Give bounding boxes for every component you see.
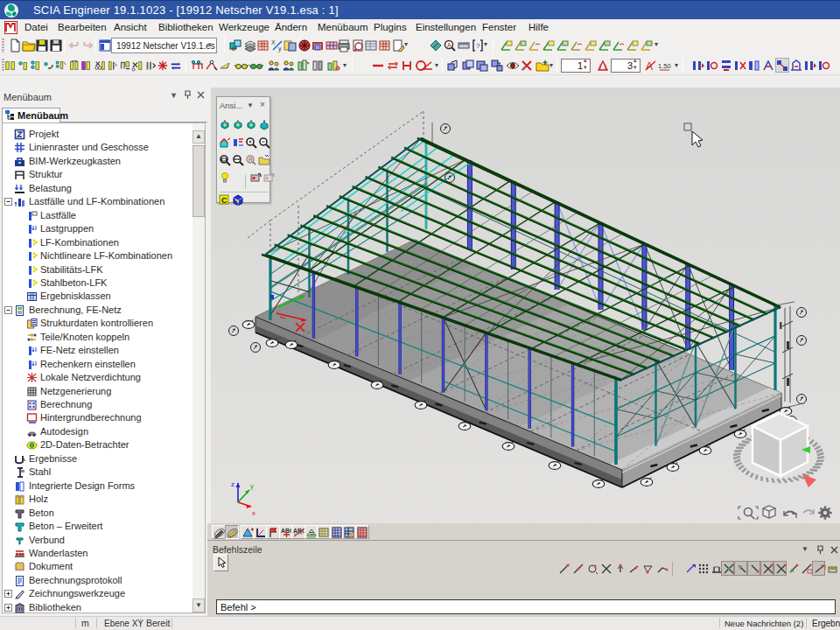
svg-text:z: z bbox=[231, 480, 234, 488]
svg-text:B: B bbox=[232, 46, 235, 52]
svg-text:y: y bbox=[278, 46, 282, 52]
svg-text:C: C bbox=[221, 196, 228, 205]
svg-text:R: R bbox=[248, 157, 253, 163]
svg-text:X: X bbox=[271, 39, 276, 46]
svg-text:1.50: 1.50 bbox=[658, 62, 671, 70]
svg-text:?: ? bbox=[476, 42, 480, 50]
svg-text:x: x bbox=[252, 509, 256, 517]
svg-text:A: A bbox=[447, 42, 452, 48]
svg-text:y: y bbox=[250, 482, 254, 490]
